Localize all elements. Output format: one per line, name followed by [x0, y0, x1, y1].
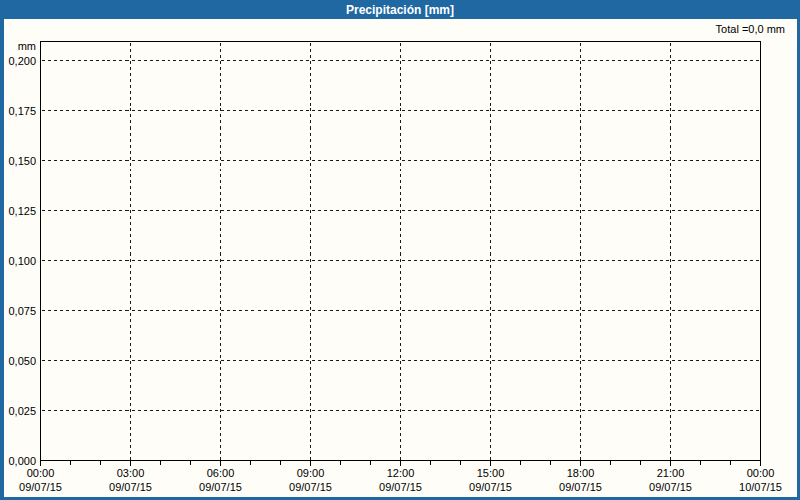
y-tick-label: 0,200 [8, 55, 36, 67]
y-tick-label: 0,125 [8, 205, 36, 217]
precipitation-chart: 0,2000,1750,1500,1250,1000,0750,0500,025… [4, 19, 797, 497]
y-tick-label: 0,050 [8, 355, 36, 367]
x-date-label: 09/07/15 [559, 481, 602, 493]
x-date-label: 09/07/15 [109, 481, 152, 493]
y-tick-label: 0,025 [8, 405, 36, 417]
x-date-label: 10/07/15 [739, 481, 782, 493]
x-date-label: 09/07/15 [289, 481, 332, 493]
x-date-label: 09/07/15 [469, 481, 512, 493]
y-tick-label: 0,175 [8, 105, 36, 117]
x-date-label: 09/07/15 [379, 481, 422, 493]
x-time-label: 21:00 [657, 467, 685, 479]
y-tick-label: 0,075 [8, 305, 36, 317]
chart-title: Precipitación [mm] [346, 3, 454, 17]
y-tick-label: 0,100 [8, 255, 36, 267]
y-tick-label: 0,150 [8, 155, 36, 167]
x-time-label: 12:00 [387, 467, 415, 479]
chart-title-bar: Precipitación [mm] [0, 0, 800, 19]
x-date-label: 09/07/15 [19, 481, 62, 493]
y-axis-unit-label: mm [18, 40, 36, 52]
y-tick-label: 0,000 [8, 455, 36, 467]
chart-window: Precipitación [mm] Total =0,0 mm 0,2000,… [0, 0, 800, 500]
chart-plot-panel: Total =0,0 mm 0,2000,1750,1500,1250,1000… [4, 19, 797, 497]
x-time-label: 03:00 [117, 467, 145, 479]
x-time-label: 09:00 [297, 467, 325, 479]
x-time-label: 00:00 [27, 467, 55, 479]
x-time-label: 15:00 [477, 467, 505, 479]
x-date-label: 09/07/15 [199, 481, 242, 493]
x-time-label: 18:00 [567, 467, 595, 479]
x-time-label: 06:00 [207, 467, 235, 479]
x-time-label: 00:00 [747, 467, 775, 479]
x-date-label: 09/07/15 [649, 481, 692, 493]
